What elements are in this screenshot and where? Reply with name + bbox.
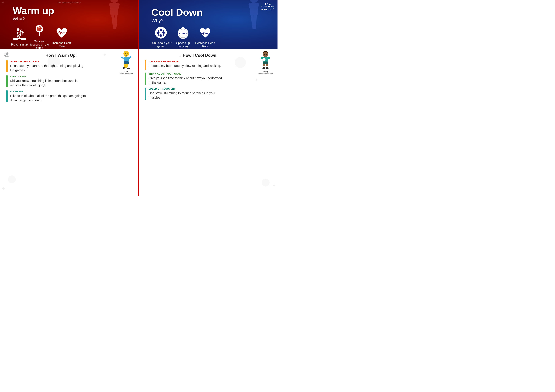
warmup-section-title: How I Warm Up!: [6, 53, 116, 58]
warmup-content: ✦ ✦ ⚽: [0, 49, 138, 196]
svg-line-11: [18, 35, 20, 38]
svg-point-68: [266, 67, 269, 69]
svg-point-16: [124, 52, 129, 57]
soccer-deco: ⚽: [4, 52, 9, 57]
svg-line-7: [17, 31, 18, 35]
icon-recovery: Speeds up recovery: [172, 26, 194, 48]
greg-mascot-svg: [258, 51, 273, 70]
deco-cross-5: ✦: [255, 78, 258, 83]
player-silhouette-left: [99, 0, 133, 49]
bar-teal-1: [6, 90, 7, 102]
svg-rect-46: [182, 27, 184, 28]
cooldown-hero: THE COACHING MANUAL ®: [139, 0, 278, 49]
right-panel: THE COACHING MANUAL ®: [139, 0, 278, 196]
warmup-text-3: I like to think about all of the great t…: [10, 93, 86, 102]
warmup-icons-row: Prevent injury Gets you: [6, 21, 78, 49]
bar-yellow-2: [145, 60, 146, 70]
deco-cross-1: ✦: [103, 52, 106, 57]
cooldown-label-2: THINK ABOUT YOUR GAME: [149, 72, 225, 75]
svg-rect-62: [261, 57, 263, 59]
warmup-text-2: Did you know, stretching is important be…: [10, 78, 86, 87]
svg-point-56: [263, 52, 268, 57]
heart-down-icon-label: Decrease Heart Rate: [194, 41, 216, 48]
svg-point-54: [183, 33, 184, 34]
cooldown-content: ✦ ✦ ✦: [139, 49, 278, 196]
svg-point-67: [262, 67, 265, 69]
cooldown-icons-row: Think about your game: [145, 23, 221, 49]
cooldown-title: Cool Down: [151, 7, 203, 17]
svg-rect-64: [263, 62, 268, 64]
deco-1: [47, 55, 60, 68]
heart-down-icon: [198, 26, 212, 40]
warmup-hero: www.thecoachingmanual.com © Warm up Why?: [0, 0, 138, 49]
sam-mascot-svg: [119, 51, 133, 70]
icon-heart-up: Increase Heart Rate: [51, 26, 73, 48]
svg-point-18: [127, 53, 128, 54]
deco-cross-2: ✦: [2, 186, 5, 191]
svg-point-57: [264, 54, 265, 55]
deco-3: [235, 57, 246, 68]
bar-teal-2: [145, 88, 146, 100]
cooldown-text-1: I reduce my heart rate by slow running a…: [149, 64, 221, 68]
injury-icon: [13, 27, 27, 41]
warmup-subtitle: Why?: [13, 16, 54, 21]
cooldown-text-2: Give yourself time to think about how yo…: [149, 76, 225, 85]
copyright: ©: [2, 2, 4, 3]
ball-icon-label: Think about your game: [150, 41, 172, 48]
cooldown-subtitle: Why?: [151, 18, 203, 23]
warmup-label-2: STRETCHING: [10, 75, 86, 78]
heart-rate-icon: [55, 26, 69, 40]
sam-name: Sam: [119, 70, 133, 72]
brain-icon: [32, 24, 47, 38]
greg-name: Greg: [258, 70, 273, 72]
stopwatch-icon: [176, 26, 190, 40]
bar-yellow-1: [6, 60, 7, 72]
cooldown-item-2-content: THINK ABOUT YOUR GAME Give yourself time…: [149, 72, 225, 85]
warmup-label-3: FOCUSING: [10, 90, 86, 93]
icon-prevent-injury: Prevent injury: [11, 27, 29, 46]
cooldown-item-2: THINK ABOUT YOUR GAME Give yourself time…: [145, 72, 271, 85]
cooldown-item-1: DECREASE HEART RATE I reduce my heart ra…: [145, 60, 271, 70]
svg-rect-20: [121, 57, 124, 59]
deco-cross-4: ✦: [272, 183, 276, 188]
soccer-ball-icon: [154, 26, 168, 40]
warmup-item-3-content: FOCUSING I like to think about all of th…: [10, 90, 86, 102]
warmup-item-2-content: STRETCHING Did you know, stretching is i…: [10, 75, 86, 87]
warmup-item-3: FOCUSING I like to think about all of th…: [6, 90, 132, 102]
watermark: www.thecoachingmanual.com: [58, 2, 81, 3]
svg-rect-63: [268, 57, 270, 59]
deco-cross-3: ✦: [178, 54, 182, 59]
bar-green-2: [145, 72, 146, 85]
svg-point-6: [17, 28, 20, 31]
tcm-logo: THE COACHING MANUAL ®: [261, 2, 274, 11]
svg-rect-21: [129, 56, 131, 59]
svg-point-0: [110, 0, 119, 3]
cooldown-item-3: SPEED UP RECOVERY Use static stretching …: [145, 88, 271, 100]
deco-4: [262, 179, 270, 186]
stopwatch-icon-label: Speeds up recovery: [172, 41, 194, 48]
icon-focus: Gets you focused on the game: [29, 24, 51, 49]
warmup-item-2: STRETCHING Did you know, stretching is i…: [6, 75, 132, 87]
cooldown-mascot-area: Greg Cool Down Mascot: [258, 51, 273, 74]
svg-rect-19: [124, 57, 129, 62]
svg-rect-22: [124, 61, 129, 64]
svg-rect-69: [263, 66, 265, 67]
svg-line-10: [17, 35, 18, 38]
svg-point-17: [125, 53, 126, 54]
tcm-logo-text: THE COACHING MANUAL ®: [261, 2, 274, 11]
left-panel: www.thecoachingmanual.com © Warm up Why?: [0, 0, 139, 196]
svg-rect-70: [266, 66, 268, 67]
main-container: www.thecoachingmanual.com © Warm up Why?: [0, 0, 278, 196]
icon-heart-down: Decrease Heart Rate: [194, 26, 216, 48]
warmup-item-1: INCREASE HEART RATE I increase my heart …: [6, 60, 132, 72]
brain-icon-label: Gets you focused on the game: [29, 40, 51, 49]
icon-think-game: Think about your game: [150, 26, 172, 48]
cooldown-text-3: Use static stretching to reduce soreness…: [149, 91, 225, 100]
cooldown-label-3: SPEED UP RECOVERY: [149, 88, 225, 90]
cooldown-label-1: DECREASE HEART RATE: [149, 60, 221, 63]
warmup-text-1: I increase my heart rate through running…: [10, 64, 86, 72]
greg-role: Cool Down Mascot: [258, 72, 273, 74]
svg-point-27: [249, 0, 258, 3]
bar-green-1: [6, 75, 7, 87]
warmup-mascot-area: Sam Warm up mascot: [119, 51, 133, 74]
